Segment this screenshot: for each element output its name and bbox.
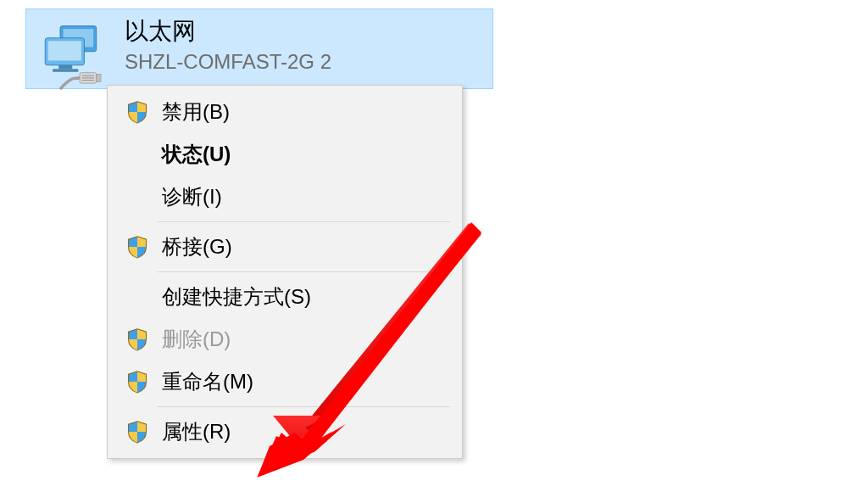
menu-item-bridge[interactable]: 桥接(G)	[108, 226, 462, 268]
shield-icon	[120, 366, 155, 397]
menu-separator	[157, 271, 450, 272]
menu-separator	[157, 406, 450, 407]
menu-label-delete: 删除(D)	[162, 326, 231, 353]
menu-separator	[157, 221, 450, 222]
adapter-title: 以太网	[125, 16, 331, 47]
adapter-subtitle: SHZL-COMFAST-2G 2	[125, 48, 331, 75]
menu-item-diagnose[interactable]: 诊断(I)	[108, 176, 462, 218]
menu-item-disable[interactable]: 禁用(B)	[108, 91, 462, 133]
network-adapter-icon	[31, 23, 116, 91]
svg-rect-5	[53, 69, 78, 72]
menu-label-status: 状态(U)	[162, 141, 231, 168]
svg-rect-3	[48, 41, 81, 60]
menu-label-rename: 重命名(M)	[162, 368, 253, 395]
menu-item-delete: 删除(D)	[108, 318, 462, 360]
context-menu: 禁用(B) 状态(U) 诊断(I) 桥接(G) 创建快捷方式(S)	[107, 85, 463, 459]
icon-empty	[120, 139, 155, 170]
shield-icon	[120, 232, 155, 262]
svg-rect-7	[97, 74, 101, 81]
menu-item-create-shortcut[interactable]: 创建快捷方式(S)	[108, 276, 462, 318]
menu-label-bridge: 桥接(G)	[162, 233, 232, 260]
menu-item-status[interactable]: 状态(U)	[108, 133, 462, 176]
shield-icon	[120, 324, 155, 355]
network-adapter-item[interactable]: 以太网 SHZL-COMFAST-2G 2	[25, 8, 493, 89]
icon-empty	[120, 182, 155, 212]
menu-item-properties[interactable]: 属性(R)	[108, 411, 462, 453]
adapter-text-block: 以太网 SHZL-COMFAST-2G 2	[125, 16, 331, 75]
menu-label-diagnose: 诊断(I)	[162, 183, 222, 210]
shield-icon	[120, 97, 155, 127]
svg-rect-4	[58, 65, 72, 69]
shield-icon	[120, 416, 155, 447]
menu-label-disable: 禁用(B)	[162, 98, 230, 126]
menu-item-rename[interactable]: 重命名(M)	[108, 360, 462, 403]
menu-label-properties: 属性(R)	[162, 418, 231, 445]
menu-label-create-shortcut: 创建快捷方式(S)	[162, 283, 311, 310]
icon-empty	[120, 282, 155, 312]
